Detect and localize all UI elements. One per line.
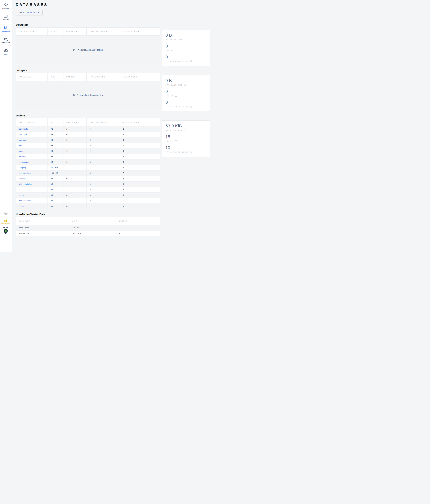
- column-header-table-name[interactable]: TABLE NAME▼: [16, 118, 47, 126]
- tables-count-label: TABLES: [165, 95, 174, 97]
- cockroachdb-logo[interactable]: [2, 227, 9, 234]
- settings-gear-icon[interactable]: [4, 212, 8, 216]
- column-header-ranges[interactable]: RANGES▼: [63, 73, 86, 81]
- database-size-value: 0 B: [165, 78, 206, 83]
- cell-size: 0 B: [47, 132, 63, 137]
- sidebar-item-metrics[interactable]: METRICS: [3, 14, 9, 20]
- cell-indices: 1: [120, 181, 160, 187]
- table-link[interactable]: descriptor: [19, 133, 27, 135]
- table-link[interactable]: web_sessions: [19, 200, 31, 202]
- column-header-size[interactable]: SIZE▼: [47, 28, 63, 35]
- insecure-mode-label: INSECURE MODE: [1, 223, 10, 224]
- cell-ranges: 1: [63, 154, 86, 159]
- table-link[interactable]: rangelog: [19, 166, 27, 169]
- cell-ranges: 1: [116, 225, 160, 231]
- database-section-defaultdb: defaultdb TABLE NAME▼ SIZE▼ RANGES▼ # OF…: [16, 23, 215, 66]
- sort-caret-icon: ▼: [106, 76, 108, 78]
- database-stats-card: 0 B DATABASE SIZE 0 TABLES 0 TOTAL RANGE: [162, 75, 210, 112]
- info-icon[interactable]: [190, 151, 192, 153]
- column-header-indices[interactable]: # OF INDICES▼: [120, 28, 160, 35]
- column-header-indices[interactable]: # OF INDICES▼: [120, 73, 160, 81]
- database-size-value: 53.9 KiB: [165, 124, 206, 128]
- column-header-size[interactable]: SIZE▼: [47, 73, 63, 81]
- column-header-ranges[interactable]: RANGES▼: [63, 28, 86, 35]
- cell-ranges: 0: [63, 204, 86, 209]
- sidebar-item-databases[interactable]: DATABASES: [2, 26, 10, 32]
- table-link[interactable]: ui: [19, 189, 20, 191]
- non-table-table: DATA TYPE SIZE RANGES Time Series 1.4 Mi…: [16, 217, 160, 236]
- cell-ranges: 1: [63, 126, 86, 132]
- cell-size: 0 B: [47, 198, 63, 204]
- cell-ranges: 0: [63, 176, 86, 181]
- table-link[interactable]: settings: [19, 178, 26, 180]
- table-link[interactable]: users: [19, 194, 24, 196]
- info-icon[interactable]: [184, 84, 186, 86]
- range-count-value: 0: [165, 55, 206, 59]
- database-size-value: 0 B: [165, 33, 206, 38]
- sort-caret-icon: ▼: [56, 31, 58, 32]
- info-icon[interactable]: [184, 38, 186, 41]
- table-link[interactable]: zones: [19, 205, 24, 207]
- cell-indices: 3: [120, 198, 160, 204]
- page-title: DATABASES: [16, 2, 215, 7]
- sidebar-item-jobs[interactable]: JOBS: [4, 49, 8, 55]
- sort-caret-icon: ▼: [76, 76, 77, 78]
- cell-columns: 4: [86, 126, 120, 132]
- cell-indices: 1: [120, 159, 160, 165]
- tables-count-value: 0: [165, 44, 206, 48]
- table-link[interactable]: locations: [19, 155, 27, 158]
- info-icon[interactable]: [175, 140, 177, 142]
- sort-caret-icon: ▼: [33, 76, 34, 78]
- info-icon[interactable]: [175, 49, 177, 52]
- column-header-columns[interactable]: # OF COLUMNS▼: [86, 28, 120, 35]
- column-header-table-name[interactable]: TABLE NAME▼: [16, 73, 47, 81]
- cell-indices: 2: [120, 143, 160, 148]
- cell-indices: 1: [120, 165, 160, 170]
- range-count-label: TOTAL RANGE COUNT: [165, 61, 189, 62]
- cell-data-type: Time Series: [16, 225, 69, 231]
- column-header-columns[interactable]: # OF COLUMNS▼: [86, 118, 120, 126]
- table-row: settings 0 B 0 4 1: [16, 176, 160, 181]
- cell-columns: 3: [86, 170, 120, 176]
- cell-ranges: 1: [63, 198, 86, 204]
- sort-caret-icon: ▼: [33, 122, 34, 123]
- info-icon[interactable]: [190, 106, 192, 108]
- empty-state-message: This database has no tables.: [77, 49, 103, 51]
- table-link[interactable]: eventlog: [19, 139, 26, 141]
- info-icon[interactable]: [184, 129, 186, 131]
- table-link[interactable]: namespace: [19, 161, 29, 163]
- cell-ranges: 8: [116, 231, 160, 236]
- cell-size: 34.7 KiB: [47, 165, 63, 170]
- table-link[interactable]: lease: [19, 150, 23, 152]
- table-link[interactable]: jobs: [19, 144, 22, 147]
- cell-ranges: 1: [63, 137, 86, 143]
- column-header-indices[interactable]: # OF INDICES▼: [120, 118, 160, 126]
- insecure-mode-link[interactable]: INSECURE MODE: [1, 219, 10, 224]
- sidebar-item-statements[interactable]: STATEMENTS: [1, 37, 10, 43]
- table-row: zones 0 B 0 2 1: [16, 204, 160, 209]
- database-name-heading: defaultdb: [16, 23, 215, 27]
- database-stats-card: 53.9 KiB DATABASE SIZE 15 TABLES 10 TOTA: [162, 120, 210, 157]
- column-header-ranges[interactable]: RANGES▼: [63, 118, 86, 126]
- column-header-columns[interactable]: # OF COLUMNS▼: [86, 73, 120, 81]
- info-icon[interactable]: [190, 60, 192, 63]
- table-header-row: TABLE NAME▼ SIZE▼ RANGES▼ # OF COLUMNS▼ …: [16, 73, 160, 81]
- view-dropdown[interactable]: VIEW: TABLES: [16, 10, 43, 16]
- column-header-size[interactable]: SIZE▼: [47, 118, 63, 126]
- column-header-table-name[interactable]: TABLE NAME▼: [16, 28, 47, 35]
- table-link[interactable]: comments: [19, 128, 28, 130]
- tables-count-label: TABLES: [165, 140, 174, 142]
- sidebar-item-label: METRICS: [3, 19, 9, 20]
- cell-ranges: 1: [63, 143, 86, 148]
- database-section-postgres: postgres TABLE NAME▼ SIZE▼ RANGES▼ # OF …: [16, 69, 215, 112]
- sidebar-item-overview[interactable]: OVERVIEW: [2, 3, 9, 9]
- table-row: role_members 19.3 KiB 1 3 3: [16, 170, 160, 176]
- cell-columns: 4: [86, 148, 120, 154]
- cell-columns: 4: [86, 154, 120, 159]
- table-link[interactable]: role_members: [19, 172, 31, 174]
- table-row: namespace 0 B 0 3 1: [16, 159, 160, 165]
- cell-indices: 1: [120, 137, 160, 143]
- sort-caret-icon: ▼: [138, 122, 139, 123]
- info-icon[interactable]: [175, 95, 177, 97]
- table-link[interactable]: table_statistics: [19, 183, 32, 185]
